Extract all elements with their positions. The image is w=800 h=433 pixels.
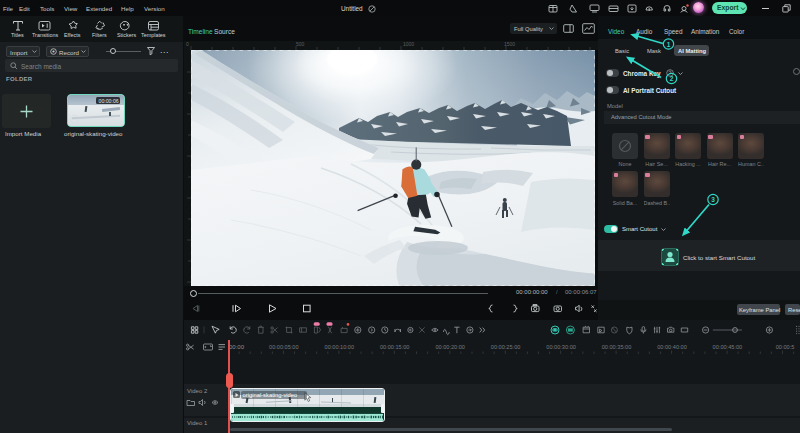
svg-text:3: 3 bbox=[711, 196, 715, 203]
svg-text:1: 1 bbox=[667, 41, 671, 48]
svg-text:2: 2 bbox=[670, 75, 674, 82]
